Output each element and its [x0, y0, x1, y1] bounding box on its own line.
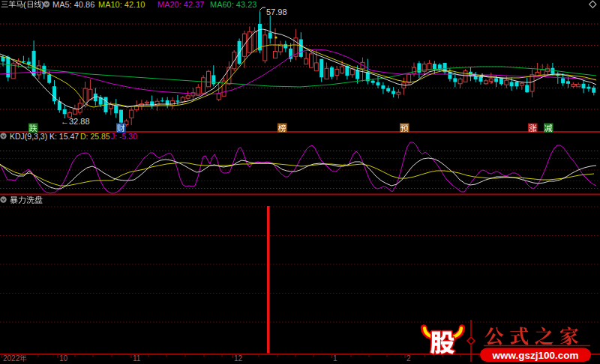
svg-text:J: -5.30: J: -5.30	[111, 132, 137, 141]
svg-text:(: (	[23, 0, 26, 9]
svg-text:MA20: 42.37: MA20: 42.37	[158, 0, 204, 9]
svg-text:10: 10	[59, 354, 68, 363]
svg-text:KDJ(9,3,3): KDJ(9,3,3)	[10, 132, 47, 141]
svg-text:MA5: 40.86: MA5: 40.86	[52, 0, 94, 9]
svg-text:57.98: 57.98	[266, 7, 287, 16]
svg-text:1: 1	[333, 354, 338, 363]
svg-text:www.gszj100.com: www.gszj100.com	[491, 350, 578, 361]
svg-text:2022: 2022	[3, 354, 20, 363]
svg-text:←32.88: ←32.88	[61, 117, 90, 126]
svg-text:12: 12	[234, 354, 243, 363]
svg-text:2: 2	[406, 354, 411, 363]
svg-text:MA60: 43.23: MA60: 43.23	[210, 0, 256, 9]
svg-text:MA10: 42.10: MA10: 42.10	[98, 0, 145, 9]
svg-text:D: 25.85: D: 25.85	[80, 132, 110, 141]
svg-text:11: 11	[133, 354, 141, 363]
svg-text:K: 15.47: K: 15.47	[50, 132, 79, 141]
